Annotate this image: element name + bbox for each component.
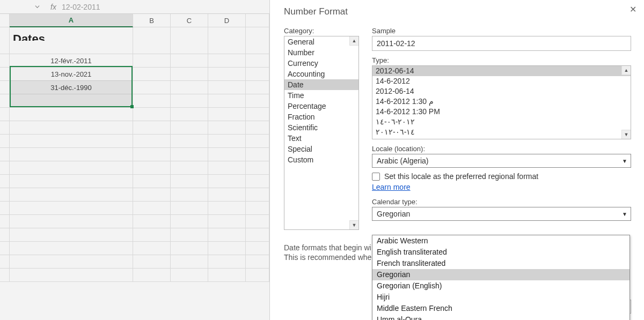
- scroll-up-icon[interactable]: ▲: [621, 66, 631, 75]
- cell[interactable]: [133, 94, 171, 108]
- category-item[interactable]: Time: [284, 90, 358, 101]
- type-item[interactable]: 2012-06-14: [372, 86, 631, 96]
- row-header[interactable]: [0, 94, 10, 108]
- cell[interactable]: [208, 41, 246, 54]
- type-item[interactable]: 14-6-2012 1:30 م: [372, 96, 631, 107]
- category-item[interactable]: Percentage: [284, 101, 358, 111]
- cell[interactable]: [208, 121, 246, 135]
- cell[interactable]: [10, 242, 133, 255]
- category-item[interactable]: Date: [284, 79, 358, 90]
- category-item[interactable]: Custom: [284, 154, 358, 165]
- category-item[interactable]: Scientific: [284, 122, 358, 133]
- calendar-option[interactable]: Umm al-Qura: [372, 314, 630, 320]
- cell[interactable]: [208, 215, 246, 228]
- cell[interactable]: [10, 148, 133, 161]
- category-item[interactable]: Text: [284, 133, 358, 144]
- cell[interactable]: [246, 215, 269, 228]
- cell[interactable]: [133, 148, 171, 161]
- cell[interactable]: [246, 255, 269, 269]
- column-header[interactable]: A: [10, 14, 133, 27]
- cell[interactable]: [133, 41, 171, 54]
- fx-label[interactable]: fx: [42, 3, 62, 11]
- category-item[interactable]: General: [284, 36, 358, 47]
- cell[interactable]: [171, 161, 208, 175]
- column-header[interactable]: D: [208, 14, 246, 27]
- row-header[interactable]: [0, 188, 10, 202]
- cell[interactable]: [208, 148, 246, 161]
- cell[interactable]: [10, 94, 133, 108]
- row-header[interactable]: [0, 108, 10, 121]
- close-icon[interactable]: ✕: [630, 4, 636, 14]
- scroll-down-icon[interactable]: ▼: [349, 220, 358, 229]
- row-header[interactable]: [0, 269, 10, 282]
- row-header[interactable]: [0, 242, 10, 255]
- column-header[interactable]: [246, 14, 269, 27]
- cell[interactable]: [208, 202, 246, 215]
- cell[interactable]: 12-févr.-2011: [10, 54, 133, 68]
- type-item[interactable]: 14-6-2012: [372, 76, 631, 86]
- scroll-down-icon[interactable]: ▼: [621, 130, 631, 139]
- cell[interactable]: [171, 202, 208, 215]
- cell[interactable]: [246, 161, 269, 175]
- cell[interactable]: [171, 94, 208, 108]
- row-header[interactable]: [0, 121, 10, 135]
- row-header[interactable]: [0, 135, 10, 148]
- cell[interactable]: [171, 228, 208, 242]
- cell[interactable]: [246, 228, 269, 242]
- cell[interactable]: [10, 135, 133, 148]
- type-listbox[interactable]: ▲ ▼ 2012-06-1414-6-20122012-06-1414-6-20…: [372, 65, 631, 139]
- cell[interactable]: [246, 148, 269, 161]
- cell[interactable]: [133, 108, 171, 121]
- row-header[interactable]: [0, 68, 10, 81]
- row-header[interactable]: [0, 255, 10, 269]
- calendar-option[interactable]: English transliterated: [372, 247, 630, 258]
- cell[interactable]: [208, 135, 246, 148]
- cell[interactable]: [133, 215, 171, 228]
- calendar-option[interactable]: Gregorian: [372, 269, 630, 280]
- calendar-option[interactable]: French transliterated: [372, 258, 630, 269]
- cell[interactable]: [171, 68, 208, 81]
- category-item[interactable]: Currency: [284, 58, 358, 69]
- cell[interactable]: [171, 215, 208, 228]
- calendar-option[interactable]: Middle Eastern French: [372, 303, 630, 314]
- cell[interactable]: [10, 215, 133, 228]
- column-header[interactable]: B: [133, 14, 171, 27]
- cell[interactable]: [208, 255, 246, 269]
- cell[interactable]: [171, 255, 208, 269]
- cell[interactable]: [246, 121, 269, 135]
- cell[interactable]: [171, 175, 208, 188]
- row-header[interactable]: [0, 228, 10, 242]
- cell[interactable]: [208, 68, 246, 81]
- cell[interactable]: [208, 54, 246, 68]
- cell[interactable]: [133, 242, 171, 255]
- cell[interactable]: [171, 188, 208, 202]
- category-item[interactable]: Fraction: [284, 111, 358, 122]
- category-item[interactable]: Accounting: [284, 69, 358, 79]
- type-item[interactable]: 14-6-2012 1:30 PM: [372, 107, 631, 117]
- cell[interactable]: [246, 135, 269, 148]
- cell[interactable]: [171, 269, 208, 282]
- cell[interactable]: [246, 108, 269, 121]
- cell[interactable]: [208, 228, 246, 242]
- cell[interactable]: [10, 255, 133, 269]
- cell[interactable]: [10, 121, 133, 135]
- column-header[interactable]: C: [171, 14, 208, 27]
- name-box-dropdown-icon[interactable]: [32, 4, 42, 9]
- cell[interactable]: [246, 41, 269, 54]
- cell[interactable]: 13-nov.-2021: [10, 68, 133, 81]
- locale-select[interactable]: Arabic (Algeria) ▼: [372, 154, 631, 168]
- cell[interactable]: [246, 94, 269, 108]
- cell[interactable]: [208, 242, 246, 255]
- cell[interactable]: [171, 242, 208, 255]
- cell[interactable]: [133, 121, 171, 135]
- calendar-type-dropdown[interactable]: Arabic WesternEnglish transliteratedFren…: [372, 235, 630, 320]
- cell[interactable]: [246, 81, 269, 94]
- cell[interactable]: [208, 269, 246, 282]
- cell[interactable]: [171, 108, 208, 121]
- cell[interactable]: [10, 228, 133, 242]
- row-header[interactable]: [0, 81, 10, 94]
- cell[interactable]: [133, 228, 171, 242]
- cell[interactable]: [133, 81, 171, 94]
- cell[interactable]: [10, 188, 133, 202]
- scroll-up-icon[interactable]: ▲: [349, 36, 358, 46]
